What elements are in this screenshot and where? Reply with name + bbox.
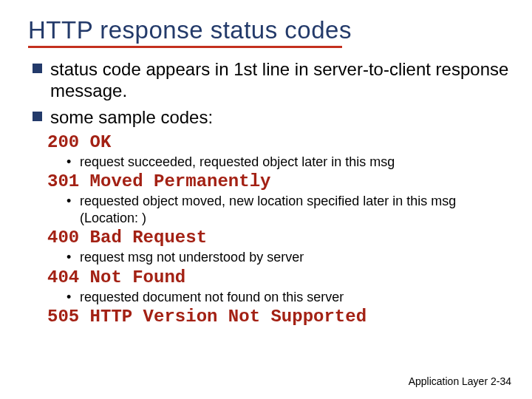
status-code: 400 Bad Request — [47, 228, 511, 248]
main-bullet-list: status code appears in 1st line in serve… — [21, 58, 511, 128]
status-code-desc-list: requested object moved, new location spe… — [47, 193, 511, 226]
status-code-desc: request succeeded, requested object late… — [66, 154, 511, 171]
slide-title: HTTP response status codes — [28, 16, 511, 44]
bullet-text: some sample codes: — [50, 107, 213, 127]
status-code-desc-list: requested document not found on this ser… — [47, 289, 511, 306]
title-underline — [28, 46, 342, 48]
status-code: 505 HTTP Version Not Supported — [47, 307, 511, 327]
bullet-text: status code appears in 1st line in serve… — [50, 59, 508, 100]
status-code: 404 Not Found — [47, 267, 511, 287]
status-code: 200 OK — [47, 132, 511, 152]
status-codes-section: 200 OK request succeeded, requested obje… — [21, 132, 511, 327]
main-bullet: some sample codes: — [31, 106, 511, 128]
status-code: 301 Moved Permanently — [47, 171, 511, 191]
status-code-desc: requested document not found on this ser… — [66, 289, 511, 306]
status-code-desc: request msg not understood by server — [66, 249, 511, 266]
status-code-desc-list: request succeeded, requested object late… — [47, 154, 511, 171]
slide: HTTP response status codes status code a… — [0, 0, 532, 399]
status-code-desc: requested object moved, new location spe… — [66, 193, 511, 226]
status-code-desc-list: request msg not understood by server — [47, 249, 511, 266]
slide-footer: Application Layer 2-34 — [409, 375, 511, 387]
footer-page: 2-34 — [491, 375, 511, 387]
footer-section: Application Layer — [409, 375, 488, 387]
main-bullet: status code appears in 1st line in serve… — [31, 58, 511, 102]
